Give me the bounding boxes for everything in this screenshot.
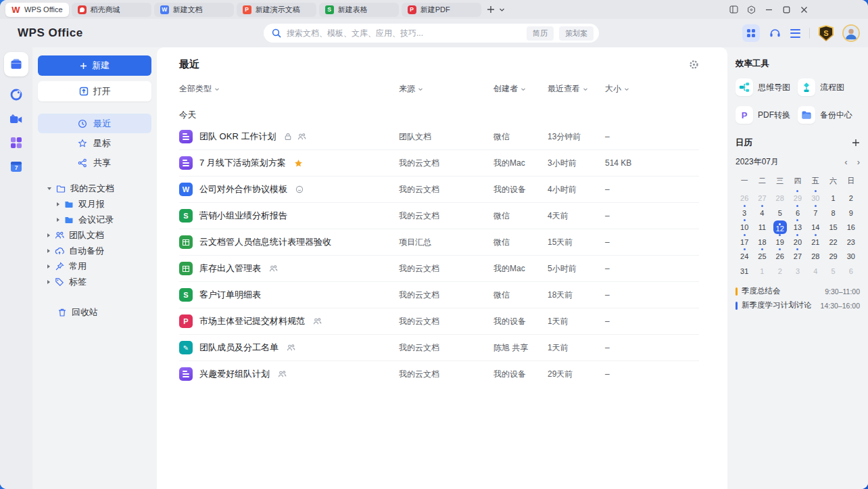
filter-3[interactable]: 最近查看 bbox=[548, 83, 605, 95]
tab-new-ppt[interactable]: P新建演示文稿 bbox=[237, 3, 316, 17]
minimize-button[interactable] bbox=[763, 3, 775, 16]
file-row[interactable]: S营销小组业绩分析报告我的云文档微信4天前– bbox=[179, 203, 699, 229]
search-input[interactable]: 搜索文档、模板、文库、应用、技巧... 简历策划案 bbox=[264, 24, 599, 43]
calendar-day[interactable]: 22 bbox=[824, 234, 842, 249]
new-tab-button[interactable] bbox=[485, 4, 496, 15]
calendar-day[interactable]: 10 bbox=[736, 219, 753, 234]
filter-1[interactable]: 来源 bbox=[399, 83, 493, 95]
tool-flowchart[interactable]: 流程图 bbox=[798, 78, 860, 96]
calendar-day[interactable]: 6 bbox=[842, 263, 860, 278]
sidebar-item-auto-backup[interactable]: 自动备份 bbox=[38, 243, 151, 258]
calendar-day[interactable]: 31 bbox=[736, 263, 753, 278]
search-tag[interactable]: 简历 bbox=[527, 26, 554, 41]
sidebar-item-my-cloud-docs[interactable]: 我的云文档 bbox=[38, 181, 151, 196]
calendar-day[interactable]: 27 bbox=[753, 190, 771, 205]
file-row[interactable]: 兴趣爱好组队计划我的云文档我的设备29天前– bbox=[179, 361, 699, 387]
file-row[interactable]: ✎团队成员及分工名单我的云文档陈旭 共享1天前– bbox=[179, 335, 699, 361]
calendar-day[interactable]: 5 bbox=[824, 263, 842, 278]
calendar-day[interactable]: 14 bbox=[806, 219, 824, 234]
calendar-event[interactable]: 季度总结会9:30–11:00 bbox=[736, 284, 860, 298]
caret-right-icon[interactable] bbox=[57, 218, 59, 222]
close-button[interactable] bbox=[798, 3, 810, 16]
search-tag[interactable]: 策划案 bbox=[559, 26, 594, 41]
tool-pdf-convert[interactable]: PPDF转换 bbox=[736, 106, 798, 124]
rail-item-apps[interactable] bbox=[10, 137, 22, 149]
calendar-day[interactable]: 26 bbox=[736, 190, 753, 205]
rail-item-calendar[interactable]: 7 bbox=[10, 160, 22, 172]
rail-item-meeting[interactable] bbox=[9, 113, 24, 125]
calendar-day[interactable]: 17 bbox=[736, 234, 753, 249]
calendar-day[interactable]: 21 bbox=[806, 234, 824, 249]
calendar-day[interactable]: 30 bbox=[806, 190, 824, 205]
list-settings-button[interactable] bbox=[689, 60, 699, 70]
sidebar-item-frequent[interactable]: 常用 bbox=[38, 258, 151, 274]
sidebar-item-shared[interactable]: 共享 bbox=[38, 153, 151, 172]
sidebar-item-team-docs[interactable]: 团队文档 bbox=[38, 227, 151, 243]
sidebar-item-recent[interactable]: 最近 bbox=[38, 114, 151, 133]
calendar-day[interactable]: 5 bbox=[771, 205, 789, 220]
caret-right-icon[interactable] bbox=[47, 264, 50, 269]
calendar-day[interactable]: 30 bbox=[842, 248, 860, 263]
calendar-day[interactable]: 1 bbox=[753, 263, 771, 278]
file-row[interactable]: S客户订单明细表我的云文档微信18天前– bbox=[179, 282, 699, 308]
filter-0[interactable]: 全部类型 bbox=[179, 83, 399, 95]
calendar-day[interactable]: 19 bbox=[771, 234, 789, 249]
calendar-day[interactable]: 9 bbox=[842, 205, 860, 220]
file-row[interactable]: 云文档管人员信息统计表理器验收项目汇总微信15天前– bbox=[179, 229, 699, 256]
labs-button[interactable] bbox=[746, 3, 757, 16]
svip-badge-icon[interactable]: S bbox=[819, 25, 834, 41]
calendar-day[interactable]: 2 bbox=[771, 263, 789, 278]
support-button[interactable] bbox=[769, 27, 781, 39]
calendar-prev-button[interactable]: ‹ bbox=[844, 158, 847, 166]
calendar-day[interactable]: 28 bbox=[806, 248, 824, 263]
tab-new-sheet[interactable]: S新建表格 bbox=[319, 3, 399, 17]
tab-new-doc[interactable]: W新建文档 bbox=[154, 3, 234, 17]
new-document-button[interactable]: 新建 bbox=[38, 55, 151, 76]
calendar-day[interactable]: 8 bbox=[824, 205, 842, 220]
sidebar-item-bimonthly-report[interactable]: 双月报 bbox=[38, 196, 151, 212]
caret-right-icon[interactable] bbox=[47, 249, 50, 253]
rail-item-cloud-status[interactable] bbox=[9, 88, 23, 101]
sidebar-item-starred[interactable]: 星标 bbox=[38, 133, 151, 153]
calendar-day[interactable]: 18 bbox=[753, 234, 771, 249]
file-row[interactable]: 团队 OKR 工作计划团队文档微信13分钟前– bbox=[179, 124, 699, 150]
calendar-day[interactable]: 26 bbox=[771, 248, 789, 263]
caret-right-icon[interactable] bbox=[57, 202, 59, 206]
user-avatar[interactable] bbox=[842, 24, 860, 42]
filter-2[interactable]: 创建者 bbox=[493, 83, 548, 95]
add-event-button[interactable] bbox=[852, 138, 860, 149]
calendar-day[interactable]: 29 bbox=[789, 190, 806, 205]
caret-right-icon[interactable] bbox=[47, 280, 50, 284]
file-row[interactable]: P市场主体登记提交材料规范我的云文档我的设备1天前– bbox=[179, 308, 699, 335]
calendar-day[interactable]: 16 bbox=[842, 219, 860, 234]
calendar-day[interactable]: 20 bbox=[789, 234, 806, 249]
calendar-day[interactable]: 1 bbox=[824, 190, 842, 205]
calendar-day[interactable]: 13 bbox=[789, 219, 806, 234]
calendar-day[interactable]: 25 bbox=[753, 248, 771, 263]
filter-4[interactable]: 大小 bbox=[605, 83, 699, 95]
calendar-event[interactable]: 新季度学习计划讨论14:30–16:00 bbox=[736, 298, 860, 312]
calendar-day[interactable]: 23 bbox=[842, 234, 860, 249]
split-view-button[interactable] bbox=[728, 3, 740, 16]
calendar-next-button[interactable]: › bbox=[857, 158, 860, 166]
calendar-day[interactable]: 3 bbox=[789, 263, 806, 278]
file-row[interactable]: 库存出入管理表我的云文档我的Mac5小时前– bbox=[179, 256, 699, 282]
open-file-button[interactable]: 打开 bbox=[38, 81, 151, 101]
calendar-day[interactable]: 6 bbox=[789, 205, 806, 220]
calendar-day-selected[interactable]: 12 bbox=[771, 219, 789, 234]
caret-down-icon[interactable] bbox=[47, 187, 51, 190]
sidebar-item-meeting-notes[interactable]: 会议记录 bbox=[38, 212, 151, 227]
tab-list-dropdown-button[interactable] bbox=[498, 5, 506, 14]
calendar-day[interactable]: 15 bbox=[824, 219, 842, 234]
file-row[interactable]: W公司对外合作协议模板我的云文档我的设备4小时前– bbox=[179, 177, 699, 203]
tool-backup-center[interactable]: 备份中心 bbox=[798, 106, 860, 124]
file-row[interactable]: 7 月线下活动策划方案我的云文档我的Mac3小时前514 KB bbox=[179, 150, 699, 177]
calendar-day[interactable]: 28 bbox=[771, 190, 789, 205]
calendar-day[interactable]: 29 bbox=[824, 248, 842, 263]
tool-mindmap[interactable]: 思维导图 bbox=[736, 78, 798, 96]
calendar-day[interactable]: 3 bbox=[736, 205, 753, 220]
rail-item-documents[interactable] bbox=[4, 52, 28, 76]
calendar-day[interactable]: 24 bbox=[736, 248, 753, 263]
calendar-day[interactable]: 27 bbox=[789, 248, 806, 263]
maximize-button[interactable] bbox=[781, 3, 792, 16]
